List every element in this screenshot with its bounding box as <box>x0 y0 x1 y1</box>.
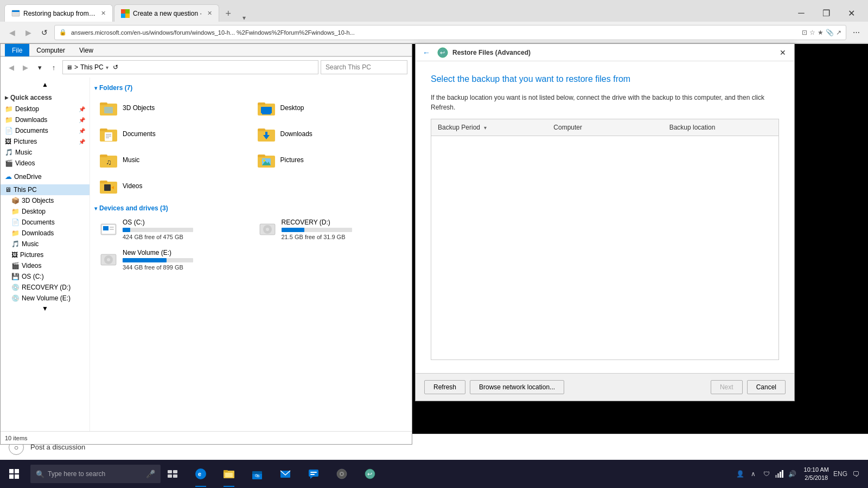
taskbar-search[interactable]: 🔍 🎤 <box>30 465 161 483</box>
fe-dropdown[interactable]: ▾ <box>33 61 46 74</box>
more-button[interactable]: ⋯ <box>848 25 864 40</box>
svg-rect-75 <box>780 472 781 478</box>
taskbar-mail[interactable] <box>271 460 299 488</box>
sidebar-item-desktop[interactable]: 📁 Desktop <box>1 206 90 217</box>
refresh-button[interactable]: Refresh <box>424 380 465 394</box>
sidebar-item-desktop-quick[interactable]: 📁 Desktop 📌 <box>1 104 90 114</box>
fe-search-input[interactable] <box>321 60 407 74</box>
reload-button[interactable]: ↺ <box>37 25 52 40</box>
tab1-close[interactable]: ✕ <box>101 10 106 17</box>
col-computer[interactable]: Computer <box>547 121 662 133</box>
tab-create-question[interactable]: Create a new question · ✕ <box>114 4 219 22</box>
drives-section-header[interactable]: ▾ Devices and drives (3) <box>94 204 407 212</box>
next-button[interactable]: Next <box>711 380 743 394</box>
people-tray-icon[interactable]: 👤 <box>735 463 746 485</box>
sidebar-item-documents[interactable]: 📄 Documents <box>1 217 90 228</box>
scroll-up[interactable]: ▲ <box>1 80 90 89</box>
sidebar-item-videos-quick[interactable]: 🎬 Videos <box>1 158 90 169</box>
sidebar-item-pictures[interactable]: 🖼 Pictures <box>1 249 90 260</box>
maximize-button[interactable]: ❐ <box>814 4 839 22</box>
ribbon-tab-file[interactable]: File <box>5 44 29 56</box>
tab1-label: Restoring backup from one <box>23 10 95 17</box>
sidebar-item-newe[interactable]: 💿 New Volume (E:) <box>1 293 90 304</box>
taskbar-edge[interactable]: e <box>187 460 215 488</box>
browse-network-button[interactable]: Browse network location... <box>470 380 564 394</box>
tab-restoring[interactable]: Restoring backup from one ✕ <box>4 4 113 22</box>
start-button[interactable] <box>0 460 28 488</box>
taskbar-store[interactable]: 🛍 <box>243 460 271 488</box>
svg-rect-12 <box>262 113 271 114</box>
close-button[interactable]: ✕ <box>839 4 864 22</box>
sidebar-item-osc[interactable]: 💾 OS (C:) <box>1 271 90 282</box>
dialog-close-button[interactable]: ✕ <box>776 46 790 60</box>
sidebar-label-music: Music <box>22 240 39 248</box>
path-refresh-btn[interactable]: ↺ <box>113 63 118 71</box>
folder-item-music[interactable]: ♫ Music <box>94 148 250 172</box>
downloads-icon: 📁 <box>11 229 20 237</box>
ribbon-tab-view[interactable]: View <box>72 44 100 56</box>
sidebar-item-recoveryd[interactable]: 💿 RECOVERY (D:) <box>1 282 90 293</box>
folder-item-downloads[interactable]: Downloads <box>252 122 408 146</box>
tab2-close[interactable]: ✕ <box>207 10 212 17</box>
dialog-back-button[interactable]: ← <box>420 46 433 59</box>
cancel-button[interactable]: Cancel <box>747 380 786 394</box>
mic-icon[interactable]: 🎤 <box>146 470 155 478</box>
back-button[interactable]: ◀ <box>4 25 20 40</box>
sidebar-item-pictures-quick[interactable]: 🖼 Pictures 📌 <box>1 136 90 147</box>
antivirus-icon[interactable]: 🛡 <box>761 463 773 485</box>
fe-path-bar[interactable]: 🖥 > This PC ▾ ↺ <box>62 60 318 74</box>
url-bar[interactable]: 🔒 answers.microsoft.com/en-us/windows/fo… <box>54 25 846 40</box>
ribbon-tab-computer[interactable]: Computer <box>29 44 72 56</box>
folder-item-videos[interactable]: Videos <box>94 174 250 198</box>
col-backup-period[interactable]: Backup Period ▾ <box>431 121 547 133</box>
minimize-button[interactable]: ─ <box>789 4 814 22</box>
task-view-button[interactable] <box>163 460 182 488</box>
notification-button[interactable]: 🗨 <box>847 460 864 488</box>
new-tab-button[interactable]: + <box>220 5 237 22</box>
col-backup-location[interactable]: Backup location <box>663 121 778 133</box>
sidebar-item-videos[interactable]: 🎬 Videos <box>1 260 90 271</box>
sidebar-item-music[interactable]: 🎵 Music <box>1 239 90 249</box>
tab-dropdown[interactable]: ▾ <box>238 14 251 22</box>
taskbar-search-input[interactable] <box>48 470 143 478</box>
folders-section-header[interactable]: ▾ Folders (7) <box>94 84 407 92</box>
fe-back[interactable]: ◀ <box>5 61 18 74</box>
forward-button[interactable]: ▶ <box>21 25 36 40</box>
taskbar-messaging[interactable] <box>299 460 328 488</box>
sidebar-item-music-quick[interactable]: 🎵 Music <box>1 147 90 158</box>
sidebar-item-downloads[interactable]: 📁 Downloads <box>1 228 90 239</box>
tab-bar: Restoring backup from one ✕ Create a new… <box>0 0 868 22</box>
sidebar-item-3dobjects[interactable]: 📦 3D Objects <box>1 195 90 206</box>
sidebar-item-onedrive[interactable]: ☁ OneDrive <box>1 171 90 182</box>
path-dropdown-btn[interactable]: ▾ <box>106 65 108 70</box>
taskbar-backup[interactable]: ↩ <box>356 460 384 488</box>
svg-rect-76 <box>782 470 783 478</box>
chevron-up-icon[interactable]: ∧ <box>748 463 760 485</box>
drives-header-text: Devices and drives (3) <box>99 204 168 212</box>
folder-item-desktop[interactable]: Desktop <box>252 96 408 120</box>
svg-rect-64 <box>309 470 318 477</box>
fe-up[interactable]: ↑ <box>47 61 60 74</box>
search-icon: 🔍 <box>36 470 44 478</box>
drive-item-c[interactable]: OS (C:) 424 GB free of 475 GB <box>94 216 249 242</box>
fe-forward[interactable]: ▶ <box>19 61 32 74</box>
network-icon[interactable] <box>774 463 786 485</box>
taskbar-file-explorer[interactable] <box>215 460 243 488</box>
folder-item-documents[interactable]: Documents <box>94 122 250 146</box>
folder-item-3dobjects[interactable]: 3D Objects <box>94 96 250 120</box>
sidebar-item-downloads-quick[interactable]: 📁 Downloads 📌 <box>1 114 90 125</box>
svg-rect-36 <box>103 226 108 230</box>
scroll-down-sidebar[interactable]: ▼ <box>1 304 90 313</box>
volume-icon[interactable]: 🔊 <box>787 463 799 485</box>
pin-icon-documents: 📌 <box>79 128 85 134</box>
language-icon[interactable]: ENG <box>834 463 846 485</box>
taskbar-media-creator[interactable] <box>328 460 356 488</box>
drive-item-d[interactable]: RECOVERY (D:) 21.5 GB free of 31.9 GB <box>253 216 408 242</box>
system-clock[interactable]: 10:10 AM 2/5/2018 <box>800 466 833 483</box>
folder-item-pictures[interactable]: Pictures <box>252 148 408 172</box>
drive-item-e[interactable]: New Volume (E:) 344 GB free of 899 GB <box>94 247 249 273</box>
sidebar-item-documents-quick[interactable]: 📄 Documents 📌 <box>1 125 90 136</box>
sidebar-item-this-pc[interactable]: 🖥 This PC <box>1 184 90 195</box>
quick-access-header[interactable]: ▸ Quick access <box>1 92 90 104</box>
svg-rect-5 <box>125 14 130 18</box>
